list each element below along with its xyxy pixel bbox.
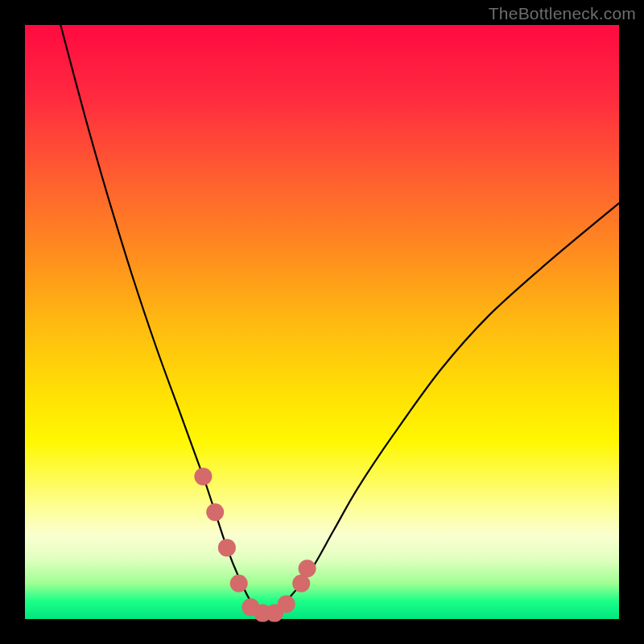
marker-point	[194, 468, 212, 485]
highlighted-points	[194, 468, 316, 622]
plot-area	[25, 25, 619, 619]
chart-stage: TheBottleneck.com	[0, 0, 644, 644]
bottleneck-curve	[60, 25, 619, 614]
watermark-text: TheBottleneck.com	[489, 4, 636, 23]
marker-point	[206, 503, 224, 521]
curve-layer	[25, 25, 619, 619]
marker-point	[230, 575, 248, 592]
marker-point	[299, 559, 316, 577]
marker-point	[218, 539, 236, 556]
marker-point	[278, 596, 295, 613]
